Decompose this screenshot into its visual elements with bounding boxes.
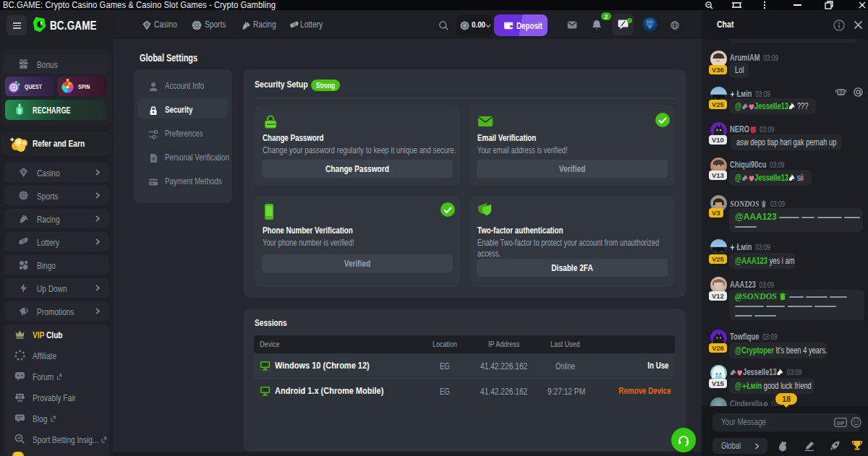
svg-text:GIF: GIF [837,421,845,426]
